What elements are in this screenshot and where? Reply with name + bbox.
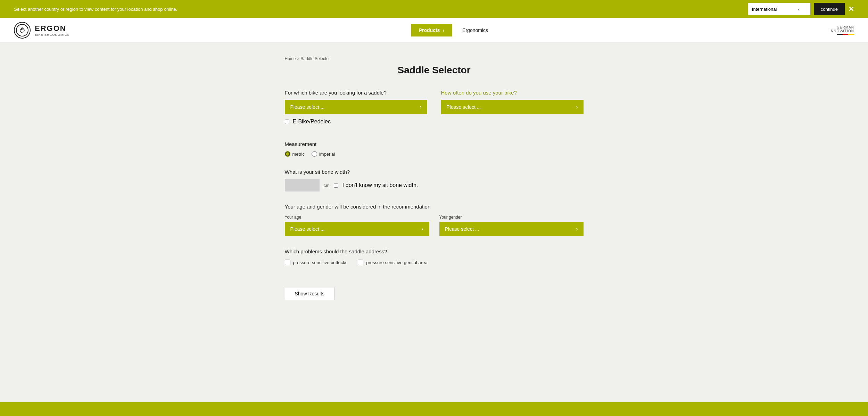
logo-text: ERGON BIKE ERGONOMICS <box>35 24 70 36</box>
problem1-row: pressure sensitive buttocks <box>285 260 348 265</box>
bottom-bar <box>0 402 868 416</box>
banner-text: Select another country or region to view… <box>14 7 177 12</box>
country-selector[interactable]: International › <box>748 3 810 15</box>
bike-chevron: › <box>420 104 421 110</box>
header: ERGON BIKE ERGONOMICS Products › Ergonom… <box>0 18 868 42</box>
usage-col: How often do you use your bike? Please s… <box>441 90 584 129</box>
imperial-label[interactable]: imperial <box>319 152 335 157</box>
measurement-section: Measurement metric imperial <box>285 141 584 157</box>
gender-dropdown[interactable]: Please select ... › <box>439 222 584 236</box>
nav-links: Products › Ergonomics <box>411 24 488 36</box>
ebike-row: E-Bike/Pedelec <box>285 119 427 125</box>
age-gender-row: Your age Please select ... › Your gender… <box>285 215 584 236</box>
products-label: Products <box>419 27 440 33</box>
age-chevron: › <box>421 226 423 232</box>
metric-radio[interactable] <box>285 151 290 157</box>
usage-chevron: › <box>576 104 578 110</box>
breadcrumb-current: Saddle Selector <box>300 56 330 61</box>
products-nav-button[interactable]: Products › <box>411 24 452 36</box>
bike-dropdown[interactable]: Please select ... › <box>285 100 427 114</box>
logo-area: ERGON BIKE ERGONOMICS <box>14 22 70 39</box>
logo-brand: ERGON <box>35 24 70 33</box>
gender-chevron: › <box>576 226 578 232</box>
country-chevron: › <box>798 7 799 12</box>
bike-col: For which bike are you looking for a sad… <box>285 90 427 129</box>
problem2-checkbox[interactable] <box>358 260 363 265</box>
bike-question: For which bike are you looking for a sad… <box>285 90 427 96</box>
german-flag <box>837 34 854 35</box>
age-col: Your age Please select ... › <box>285 215 429 236</box>
breadcrumb-separator: > <box>297 56 299 61</box>
age-gender-title: Your age and gender will be considered i… <box>285 204 584 210</box>
metric-option[interactable]: metric <box>285 151 305 157</box>
german-innovation: GERMAN INNOVATION <box>829 25 854 35</box>
continue-button[interactable]: continue <box>814 3 845 15</box>
problem1-checkbox[interactable] <box>285 260 290 265</box>
problems-section: Which problems should the saddle address… <box>285 248 584 268</box>
problems-row: pressure sensitive buttocks pressure sen… <box>285 260 584 268</box>
imperial-option[interactable]: imperial <box>312 151 335 157</box>
bike-dropdown-value: Please select ... <box>290 104 325 110</box>
ergonomics-nav-link[interactable]: Ergonomics <box>462 27 488 33</box>
banner-right: International › continue ✕ <box>748 3 854 15</box>
breadcrumb-home[interactable]: Home <box>285 56 296 61</box>
usage-dropdown-value: Please select ... <box>447 104 481 110</box>
sit-bone-section: What is your sit bone width? cm I don't … <box>285 169 584 191</box>
german-innovation-text: GERMAN <box>837 25 854 29</box>
metric-label[interactable]: metric <box>292 152 305 157</box>
sit-bone-input[interactable] <box>285 179 320 191</box>
problem2-row: pressure sensitive genital area <box>358 260 427 265</box>
products-chevron: › <box>443 27 444 33</box>
top-banner: Select another country or region to view… <box>0 0 868 18</box>
imperial-radio[interactable] <box>312 151 317 157</box>
age-dropdown[interactable]: Please select ... › <box>285 222 429 236</box>
breadcrumb: Home > Saddle Selector <box>285 56 584 61</box>
problems-title: Which problems should the saddle address… <box>285 248 584 254</box>
no-sit-bone-checkbox[interactable] <box>334 183 338 188</box>
age-dropdown-value: Please select ... <box>290 226 325 232</box>
usage-dropdown[interactable]: Please select ... › <box>441 100 584 114</box>
ebike-checkbox[interactable] <box>285 120 289 124</box>
show-results-button[interactable]: Show Results <box>285 287 335 300</box>
usage-question: How often do you use your bike? <box>441 90 584 96</box>
bike-usage-section: For which bike are you looking for a sad… <box>285 90 584 129</box>
page-title: Saddle Selector <box>285 65 584 76</box>
close-button[interactable]: ✕ <box>848 5 854 13</box>
sit-bone-question: What is your sit bone width? <box>285 169 584 175</box>
age-label: Your age <box>285 215 429 220</box>
main-content: Home > Saddle Selector Saddle Selector F… <box>278 42 590 321</box>
sit-bone-unit: cm <box>324 183 330 188</box>
gender-dropdown-value: Please select ... <box>445 226 479 232</box>
svg-point-0 <box>16 24 28 36</box>
gender-col: Your gender Please select ... › <box>439 215 584 236</box>
gender-label: Your gender <box>439 215 584 220</box>
problem2-label[interactable]: pressure sensitive genital area <box>366 260 427 265</box>
german-innovation-text2: INNOVATION <box>829 29 854 33</box>
logo-sub: BIKE ERGONOMICS <box>35 33 70 36</box>
age-gender-section: Your age and gender will be considered i… <box>285 204 584 236</box>
sit-bone-row: cm I don't know my sit bone width. <box>285 179 584 191</box>
logo-icon <box>14 22 31 39</box>
measurement-radio-group: metric imperial <box>285 151 584 157</box>
country-value: International <box>752 7 777 12</box>
ebike-label[interactable]: E-Bike/Pedelec <box>293 119 331 125</box>
no-sit-bone-label[interactable]: I don't know my sit bone width. <box>342 182 418 188</box>
problem1-label[interactable]: pressure sensitive buttocks <box>293 260 348 265</box>
measurement-title: Measurement <box>285 141 584 147</box>
